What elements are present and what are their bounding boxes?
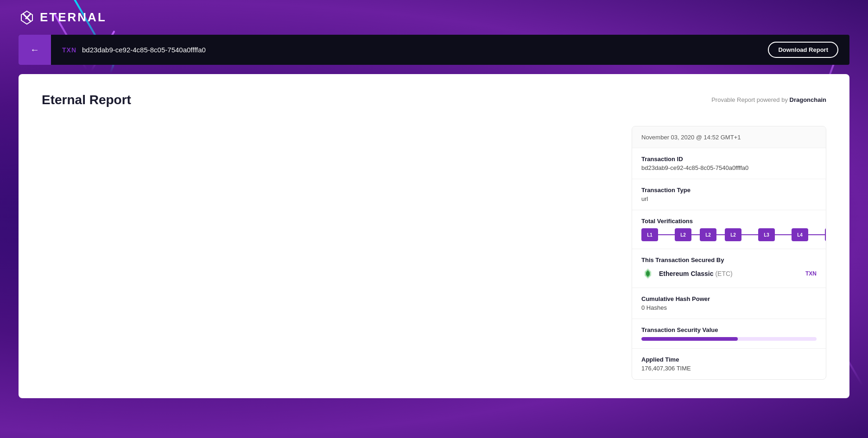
logo-icon bbox=[19, 9, 35, 26]
timestamp-value: November 03, 2020 @ 14:52 GMT+1 bbox=[641, 134, 741, 141]
back-arrow-icon: ← bbox=[30, 44, 39, 55]
navbar: ETERNAL bbox=[0, 0, 868, 35]
chain-connector bbox=[808, 234, 825, 235]
download-report-button[interactable]: Download Report bbox=[768, 42, 838, 58]
powered-by-prefix: Provable Report powered by bbox=[711, 96, 789, 103]
total-verifications-row: Total Verifications L1 L2 L2 L2 L3 bbox=[632, 210, 826, 249]
chain-connector bbox=[775, 234, 792, 235]
etc-name-text: Ethereum Classic bbox=[659, 270, 714, 277]
page-wrapper: ETERNAL ← TXN bd23dab9-ce92-4c85-8c05-75… bbox=[0, 0, 868, 438]
secured-by-txn-link[interactable]: TXN bbox=[805, 270, 817, 277]
main-content: Eternal Report Provable Report powered b… bbox=[19, 74, 849, 398]
cumulative-hash-label: Cumulative Hash Power bbox=[641, 295, 817, 302]
cumulative-hash-value: 0 Hashes bbox=[641, 304, 817, 311]
level-node-l5: L5 bbox=[825, 228, 826, 241]
cumulative-hash-row: Cumulative Hash Power 0 Hashes bbox=[632, 288, 826, 319]
transaction-type-label: Transaction Type bbox=[641, 187, 817, 194]
report-header: Eternal Report Provable Report powered b… bbox=[42, 93, 826, 107]
transaction-id-row: Transaction ID bd23dab9-ce92-4c85-8c05-7… bbox=[632, 148, 826, 179]
txn-label: TXN bbox=[62, 46, 76, 54]
level-node-l2-1: L2 bbox=[675, 228, 691, 241]
level-node-l3: L3 bbox=[758, 228, 775, 241]
chain-connector bbox=[716, 234, 725, 235]
security-progress-fill bbox=[641, 337, 738, 341]
etc-icon bbox=[641, 267, 654, 280]
transaction-id-label: Transaction ID bbox=[641, 156, 817, 163]
level-node-l4: L4 bbox=[792, 228, 808, 241]
total-verifications-label: Total Verifications bbox=[641, 218, 817, 225]
etc-name: Ethereum Classic (ETC) bbox=[659, 270, 733, 277]
applied-time-value: 176,407,306 TIME bbox=[641, 365, 817, 372]
transaction-type-row: Transaction Type url bbox=[632, 179, 826, 210]
level-node-l2-3: L2 bbox=[725, 228, 741, 241]
breadcrumb-bar: ← TXN bd23dab9-ce92-4c85-8c05-7540a0ffff… bbox=[19, 35, 849, 65]
back-button[interactable]: ← bbox=[19, 35, 51, 65]
applied-time-row: Applied Time 176,407,306 TIME bbox=[632, 349, 826, 379]
secured-by-content: Ethereum Classic (ETC) TXN bbox=[641, 267, 817, 280]
level-node-l2-2: L2 bbox=[700, 228, 716, 241]
powered-by: Provable Report powered by Dragonchain bbox=[711, 93, 826, 103]
verification-chain: L1 L2 L2 L2 L3 L4 L5 bbox=[641, 228, 817, 241]
secured-by-label: This Transaction Secured By bbox=[641, 257, 817, 263]
security-value-row: Transaction Security Value bbox=[632, 319, 826, 349]
txn-id-value: bd23dab9-ce92-4c85-8c05-7540a0ffffa0 bbox=[82, 46, 768, 54]
report-card: November 03, 2020 @ 14:52 GMT+1 Transact… bbox=[632, 126, 826, 380]
svg-line-2 bbox=[26, 14, 31, 19]
security-value-label: Transaction Security Value bbox=[641, 326, 817, 333]
timestamp-row: November 03, 2020 @ 14:52 GMT+1 bbox=[632, 126, 826, 148]
applied-time-label: Applied Time bbox=[641, 356, 817, 363]
brand-name: ETERNAL bbox=[40, 10, 107, 25]
chain-connector bbox=[658, 234, 675, 235]
etc-ticker: (ETC) bbox=[715, 270, 732, 277]
powered-by-brand: Dragonchain bbox=[790, 96, 826, 103]
secured-by-row: This Transaction Secured By Ethereum Cla… bbox=[632, 249, 826, 288]
logo-area: ETERNAL bbox=[19, 9, 107, 26]
chain-connector bbox=[741, 234, 758, 235]
security-progress-bg bbox=[641, 337, 817, 341]
chain-connector bbox=[691, 234, 700, 235]
report-title: Eternal Report bbox=[42, 93, 131, 107]
transaction-id-value: bd23dab9-ce92-4c85-8c05-7540a0ffffa0 bbox=[641, 164, 817, 171]
transaction-type-value: url bbox=[641, 195, 817, 202]
level-node-l1: L1 bbox=[641, 228, 658, 241]
